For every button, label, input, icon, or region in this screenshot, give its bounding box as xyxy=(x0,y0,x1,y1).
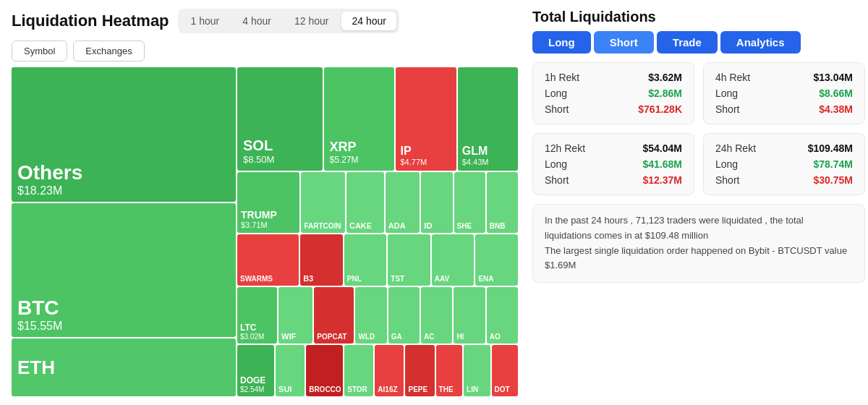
hm-wif[interactable]: WIF xyxy=(278,287,312,344)
hm-sui[interactable]: SUI xyxy=(276,345,305,396)
hm-the[interactable]: THE xyxy=(436,345,462,396)
hm-row2: TRUMP $3.71M FARTCOIN CAKE ADA ID xyxy=(237,172,518,233)
hm-glm-val: $4.43M xyxy=(462,158,514,166)
tab-long[interactable]: Long xyxy=(532,31,591,54)
hm-pepe[interactable]: PEPE xyxy=(405,345,434,396)
filter-exchanges[interactable]: Exchanges xyxy=(73,40,144,61)
hm-lin[interactable]: LIN xyxy=(464,345,490,396)
stat-row-4h-long: Long $8.66M xyxy=(715,88,853,99)
hm-row3: SWARMS B3 PNL TST AAV ENA xyxy=(237,234,518,286)
tab-analytics[interactable]: Analytics xyxy=(720,31,801,54)
hm-ai16z[interactable]: AI16Z xyxy=(375,345,404,396)
stat-header-12h: 12h Rekt $54.04M xyxy=(545,142,682,154)
stat-val-12h-short: $12.37M xyxy=(643,174,682,186)
hm-ltc-sym: LTC xyxy=(240,323,274,333)
hm-sol[interactable]: SOL $8.50M xyxy=(237,67,323,171)
hm-others[interactable]: Others $18.23M xyxy=(12,67,236,202)
stat-row-1h-long: Long $2.86M xyxy=(545,88,682,99)
stat-val-12h: $54.04M xyxy=(643,142,682,154)
time-btn-12h[interactable]: 12 hour xyxy=(284,12,339,30)
right-panel-tabs: Long Short Trade Analytics xyxy=(532,31,865,54)
tab-short[interactable]: Short xyxy=(594,31,654,54)
hm-xrp[interactable]: XRP $5.27M xyxy=(324,67,395,171)
hm-dot[interactable]: DOT xyxy=(492,345,518,396)
hm-pnl-sym: PNL xyxy=(347,275,384,283)
stat-label-1h-short: Short xyxy=(545,103,569,115)
stat-row-24h-short: Short $30.75M xyxy=(715,174,853,186)
hm-doge[interactable]: DOGE $2.54M xyxy=(237,345,274,396)
hm-others-value: $18.23M xyxy=(17,184,230,197)
info-text: In the past 24 hours , 71,123 traders we… xyxy=(545,213,853,273)
hm-the-sym: THE xyxy=(439,385,459,393)
hm-bnb[interactable]: BNB xyxy=(487,172,518,233)
stat-header-4h: 4h Rekt $13.04M xyxy=(715,72,853,83)
filter-row: Symbol Exchanges xyxy=(12,40,518,61)
hm-tst[interactable]: TST xyxy=(388,234,430,286)
hm-tst-sym: TST xyxy=(391,275,427,283)
hm-trump[interactable]: TRUMP $3.71M xyxy=(237,172,299,233)
tab-trade[interactable]: Trade xyxy=(657,31,718,54)
heatmap: Others $18.23M BTC $15.55M ETH SOL $8.50… xyxy=(12,67,518,396)
hm-pnl[interactable]: PNL xyxy=(344,234,387,286)
hm-btc[interactable]: BTC $15.55M xyxy=(12,203,236,338)
hm-popcat[interactable]: POPCAT xyxy=(314,287,354,344)
hm-ada[interactable]: ADA xyxy=(386,172,420,233)
hm-brocco[interactable]: BROCCO xyxy=(306,345,343,396)
hm-row5: DOGE $2.54M SUI BROCCO STOR AI16Z xyxy=(237,345,518,396)
stat-val-1h-short: $761.28K xyxy=(638,103,682,115)
time-btn-4h[interactable]: 4 hour xyxy=(232,12,281,30)
stat-val-1h-long: $2.86M xyxy=(648,88,682,99)
time-btn-24h[interactable]: 24 hour xyxy=(341,12,396,30)
hm-sol-val: $8.50M xyxy=(243,154,317,165)
stat-val-12h-long: $41.68M xyxy=(643,158,682,170)
time-btn-1h[interactable]: 1 hour xyxy=(181,12,230,30)
time-buttons: 1 hour 4 hour 12 hour 24 hour xyxy=(178,9,399,33)
hm-she[interactable]: SHE xyxy=(454,172,485,233)
hm-glm[interactable]: GLM $4.43M xyxy=(458,67,518,171)
stat-label-24h-long: Long xyxy=(715,158,738,170)
hm-ena[interactable]: ENA xyxy=(475,234,518,286)
hm-popcat-sym: POPCAT xyxy=(317,333,351,341)
hm-ao[interactable]: AO xyxy=(487,287,518,344)
hm-aav-sym: AAV xyxy=(435,275,472,283)
hm-wld[interactable]: WLD xyxy=(355,287,386,344)
hm-she-sym: SHE xyxy=(457,222,482,230)
stat-val-24h-long: $78.74M xyxy=(814,158,853,170)
hm-cake[interactable]: CAKE xyxy=(346,172,384,233)
hm-pepe-sym: PEPE xyxy=(408,385,431,393)
hm-stor-sym: STOR xyxy=(347,385,370,393)
filter-symbol[interactable]: Symbol xyxy=(12,40,67,61)
hm-eth[interactable]: ETH xyxy=(12,338,236,396)
right-panel-title: Total Liquidations xyxy=(532,9,865,25)
hm-id[interactable]: ID xyxy=(421,172,452,233)
stat-row-12h-short: Short $12.37M xyxy=(545,174,682,186)
hm-ac[interactable]: AC xyxy=(421,287,452,344)
hm-ga[interactable]: GA xyxy=(388,287,420,344)
hm-others-symbol: Others xyxy=(17,161,230,184)
hm-stor[interactable]: STOR xyxy=(344,345,373,396)
hm-ada-sym: ADA xyxy=(388,221,417,230)
hm-brocco-sym: BROCCO xyxy=(309,385,340,393)
hm-xrp-sym: XRP xyxy=(330,140,389,155)
hm-b3[interactable]: B3 xyxy=(300,234,343,286)
hm-xrp-val: $5.27M xyxy=(330,155,389,165)
hm-fartcoin[interactable]: FARTCOIN xyxy=(301,172,345,233)
hm-swarms[interactable]: SWARMS xyxy=(237,234,299,286)
hm-ip[interactable]: IP $4.77M xyxy=(396,67,456,171)
hm-hi-sym: HI xyxy=(456,333,482,341)
stat-val-4h: $13.04M xyxy=(814,72,853,83)
stat-label-24h: 24h Rekt xyxy=(715,142,756,154)
stat-label-1h-long: Long xyxy=(545,88,567,99)
stat-label-4h-short: Short xyxy=(715,103,739,115)
hm-eth-symbol: ETH xyxy=(17,357,230,379)
hm-ltc[interactable]: LTC $3.02M xyxy=(237,287,277,344)
hm-glm-sym: GLM xyxy=(462,145,514,158)
hm-hi[interactable]: HI xyxy=(454,287,485,344)
stat-val-4h-long: $8.66M xyxy=(819,88,853,99)
stat-label-12h-short: Short xyxy=(545,174,569,186)
hm-trump-val: $3.71M xyxy=(241,221,296,229)
hm-aav[interactable]: AAV xyxy=(432,234,475,286)
hm-ltc-val: $3.02M xyxy=(240,333,274,341)
stat-card-12h: 12h Rekt $54.04M Long $41.68M Short $12.… xyxy=(532,133,694,195)
page-title: Liquidation Heatmap xyxy=(12,12,169,30)
